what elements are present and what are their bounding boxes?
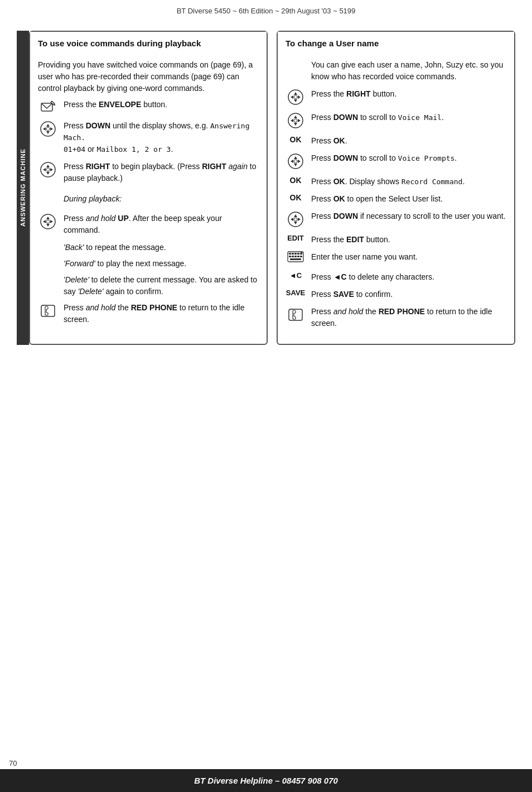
right-step-ok2: OK Press OK. Display shows Record Comman… (286, 176, 506, 188)
right-step-down-voiceprompts: Press DOWN to scroll to Voice Prompts. (286, 152, 506, 170)
left-step-right-text: Press RIGHT to begin playback. (Press RI… (64, 161, 259, 184)
left-step-red-phone: Press and hold the RED PHONE to return t… (38, 302, 259, 325)
svg-point-7 (41, 162, 55, 177)
right-step-keyboard: Enter the user name you want. (286, 251, 506, 266)
svg-point-8 (46, 168, 50, 171)
right-step-down-voicemail: Press DOWN to scroll to Voice Mail. (286, 112, 506, 129)
left-column: To use voice commands during playback Pr… (29, 31, 268, 345)
svg-point-5 (41, 122, 55, 136)
right-step-save: SAVE Press SAVE to confirm. (286, 289, 506, 300)
svg-rect-28 (292, 256, 294, 257)
dpad-icon-2 (38, 161, 58, 179)
right-step-ok3-text: Press OK to open the Select User list. (311, 193, 506, 205)
left-heading: To use voice commands during playback (30, 32, 267, 54)
right-step-keyboard-text: Enter the user name you want. (311, 251, 506, 263)
dpad-icon-1 (38, 120, 58, 138)
dpad-icon-r4 (286, 210, 306, 228)
left-step-up-hold-text: Press and hold UP. After the beep speak … (64, 213, 259, 236)
svg-rect-31 (300, 256, 302, 257)
right-step-down-user: Press DOWN if necessary to scroll to the… (286, 210, 506, 228)
left-intro: Providing you have switched voice comman… (38, 59, 259, 94)
phone-icon-right (286, 306, 306, 324)
svg-point-9 (41, 214, 55, 229)
left-during-playback: During playback: (64, 190, 259, 207)
left-step-red-phone-text: Press and hold the RED PHONE to return t… (64, 302, 259, 325)
backc-label: ◄C (286, 271, 306, 280)
right-step-down-voiceprompts-text: Press DOWN to scroll to Voice Prompts. (311, 152, 506, 164)
left-step-down-text: Press DOWN until the display shows, e.g.… (64, 120, 259, 155)
left-body: Providing you have switched voice comman… (30, 54, 267, 325)
dpad-icon-r1 (286, 88, 306, 106)
svg-rect-24 (294, 253, 297, 255)
svg-point-17 (288, 154, 303, 169)
svg-point-20 (294, 218, 297, 221)
page-footer: BT Diverse Helpline – 08457 908 070 (0, 769, 532, 792)
right-step-right: Press the RIGHT button. (286, 88, 506, 106)
right-step-down-user-text: Press DOWN if necessary to scroll to the… (311, 210, 506, 222)
svg-rect-25 (297, 253, 299, 255)
dpad-icon-r2 (286, 112, 306, 129)
right-step-ok2-text: Press OK. Display shows Record Command. (311, 176, 506, 188)
right-column: To change a User name You can give each … (277, 31, 515, 345)
right-step-red-phone-text: Press and hold the RED PHONE to return t… (311, 306, 506, 329)
svg-point-15 (288, 113, 303, 128)
right-step-ok1-text: Press OK. (311, 135, 506, 147)
svg-line-3 (51, 101, 52, 102)
left-step-down: Press DOWN until the display shows, e.g.… (38, 120, 259, 155)
svg-point-18 (294, 160, 297, 163)
left-step-envelope-text: Press the ENVELOPE button. (64, 99, 259, 111)
left-step-envelope: Press the ENVELOPE button. (38, 99, 259, 114)
page-number: 70 (9, 759, 17, 767)
right-body: You can give each user a name, John, Suz… (278, 54, 514, 329)
svg-point-14 (294, 95, 297, 99)
left-step-right: Press RIGHT to begin playback. (Press RI… (38, 161, 259, 184)
svg-point-16 (294, 119, 297, 122)
ok-label-3: OK (286, 193, 306, 202)
right-step-red-phone: Press and hold the RED PHONE to return t… (286, 306, 506, 329)
envelope-icon (38, 99, 58, 114)
right-step-ok1: OK Press OK. (286, 135, 506, 147)
columns-area: To use voice commands during playback Pr… (29, 31, 515, 345)
svg-point-6 (46, 127, 50, 131)
keyboard-icon (286, 251, 306, 266)
ok-label-2: OK (286, 176, 306, 185)
right-step-save-text: Press SAVE to confirm. (311, 289, 506, 300)
page-header: BT Diverse 5450 ~ 6th Edition ~ 29th Aug… (0, 0, 532, 20)
right-step-down-voicemail-text: Press DOWN to scroll to Voice Mail. (311, 112, 506, 123)
right-step-backc-text: Press ◄C to delete any characters. (311, 271, 506, 283)
svg-rect-32 (290, 258, 301, 260)
right-step-edit: EDIT Press the EDIT button. (286, 234, 506, 246)
dpad-icon-r3 (286, 152, 306, 170)
svg-point-13 (288, 90, 303, 104)
svg-rect-29 (294, 256, 297, 257)
svg-rect-30 (297, 256, 299, 257)
main-content: ANSWERING MACHINE To use voice commands … (17, 31, 515, 345)
save-label: SAVE (286, 289, 306, 297)
left-voice-commands: 'Back' to repeat the message. 'Forward' … (64, 242, 259, 297)
ok-label-1: OK (286, 135, 306, 144)
svg-point-19 (288, 212, 303, 227)
right-step-edit-text: Press the EDIT button. (311, 234, 506, 246)
right-step-right-text: Press the RIGHT button. (311, 88, 506, 100)
phone-icon-left (38, 302, 58, 320)
right-heading: To change a User name (278, 32, 514, 54)
left-step-up-hold: Press and hold UP. After the beep speak … (38, 213, 259, 236)
svg-point-10 (46, 220, 50, 223)
edit-label: EDIT (286, 234, 306, 242)
dpad-icon-3 (38, 213, 58, 231)
sidebar-label: ANSWERING MACHINE (17, 31, 29, 345)
right-step-ok3: OK Press OK to open the Select User list… (286, 193, 506, 205)
right-step-backc: ◄C Press ◄C to delete any characters. (286, 271, 506, 283)
svg-rect-23 (292, 253, 294, 255)
svg-rect-27 (289, 256, 291, 257)
right-intro-text: You can give each user a name, John, Suz… (311, 59, 506, 83)
during-playback-label: During playback: (64, 193, 259, 205)
right-intro-row: You can give each user a name, John, Suz… (311, 59, 506, 83)
svg-rect-22 (289, 253, 291, 255)
